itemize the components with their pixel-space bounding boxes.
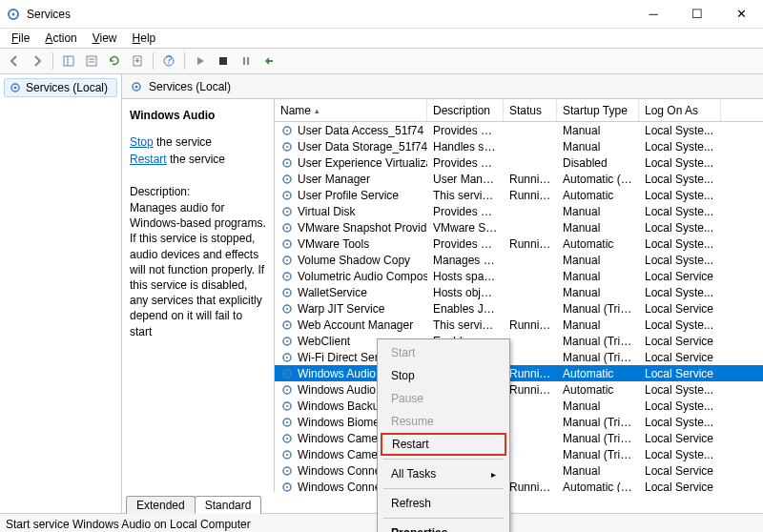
service-row[interactable]: Windows ConnectManualLocal Service <box>275 462 763 479</box>
service-icon <box>280 481 294 493</box>
context-refresh[interactable]: Refresh <box>380 492 507 515</box>
service-startup-type: Manual <box>557 464 639 478</box>
service-description: Enables JIT ... <box>427 302 504 316</box>
service-row[interactable]: VMware ToolsProvides su...RunningAutomat… <box>275 235 763 252</box>
service-row[interactable]: Volume Shadow CopyManages an...ManualLoc… <box>275 252 763 268</box>
service-startup-type: Manual (Trig... <box>557 416 639 429</box>
service-startup-type: Manual <box>557 254 639 267</box>
show-hide-tree-button[interactable] <box>58 51 79 72</box>
service-row[interactable]: Windows Audio EnRunningAutomaticLocal Sy… <box>275 381 763 398</box>
detail-pane: Windows Audio Stop the service Restart t… <box>122 99 275 492</box>
service-icon <box>280 351 294 364</box>
service-name: User Manager <box>298 173 370 186</box>
detail-service-name: Windows Audio <box>130 109 266 122</box>
service-log-on-as: Local Syste... <box>639 383 721 397</box>
service-row[interactable]: VMware Snapshot ProviderVMware Sn...Manu… <box>275 219 763 235</box>
column-name[interactable]: Name▴ <box>275 99 427 121</box>
restart-service-button[interactable] <box>258 51 279 72</box>
properties-button[interactable] <box>81 51 102 72</box>
service-row[interactable]: Windows BiometricManual (Trig...Local Sy… <box>275 414 763 430</box>
service-startup-type: Manual <box>557 124 639 137</box>
service-row[interactable]: Windows Camera FManual (Trig...Local Ser… <box>275 430 763 446</box>
pause-service-button[interactable] <box>236 51 257 72</box>
tab-extended[interactable]: Extended <box>126 496 196 514</box>
service-row[interactable]: WebClientEnables Win...Manual (Trig...Lo… <box>275 333 763 349</box>
service-startup-type: Manual (Trig... <box>557 302 639 316</box>
minimize-button[interactable]: ─ <box>631 0 675 28</box>
column-description[interactable]: Description <box>427 99 504 121</box>
export-button[interactable] <box>127 51 148 72</box>
description-text: Manages audio for Windows-based programs… <box>130 200 266 339</box>
menu-bar: File Action View Help <box>0 29 763 48</box>
tab-standard[interactable]: Standard <box>195 496 262 514</box>
stop-service-button[interactable] <box>213 51 234 72</box>
menu-help[interactable]: Help <box>125 30 164 47</box>
service-row[interactable]: User ManagerUser Manag...RunningAutomati… <box>275 171 763 187</box>
service-icon <box>280 416 294 429</box>
window-title: Services <box>27 8 631 21</box>
service-description: Provides su... <box>427 237 504 251</box>
service-icon <box>280 302 294 316</box>
status-text: Start service Windows Audio on Local Com… <box>6 518 251 531</box>
service-row[interactable]: Volumetric Audio Composit...Hosts spatia… <box>275 268 763 284</box>
service-row[interactable]: Windows ConnectiRunningAutomatic (T...Lo… <box>275 479 763 492</box>
menu-action[interactable]: Action <box>37 30 84 47</box>
maximize-button[interactable]: ☐ <box>675 0 719 28</box>
service-name: Web Account Manager <box>298 318 413 332</box>
service-row[interactable]: User Profile ServiceThis service ...Runn… <box>275 187 763 203</box>
service-row[interactable]: Virtual DiskProvides m...ManualLocal Sys… <box>275 203 763 219</box>
service-startup-type: Automatic (T... <box>557 481 639 493</box>
service-log-on-as: Local Syste... <box>639 448 721 461</box>
service-row[interactable]: Web Account ManagerThis service ...Runni… <box>275 317 763 333</box>
service-row[interactable]: User Data Storage_51f74Handles sto...Man… <box>275 138 763 154</box>
stop-service-link[interactable]: Stop <box>130 135 154 149</box>
back-button[interactable] <box>4 51 25 72</box>
column-log-on-as[interactable]: Log On As <box>639 99 721 121</box>
refresh-button[interactable] <box>104 51 125 72</box>
column-status[interactable]: Status <box>504 99 557 121</box>
tree-item-services-local[interactable]: Services (Local) <box>4 78 117 97</box>
close-button[interactable]: ✕ <box>719 0 763 28</box>
help-button[interactable]: ? <box>158 51 179 72</box>
context-properties[interactable]: Properties <box>380 522 507 532</box>
menu-view[interactable]: View <box>85 30 125 47</box>
service-row[interactable]: User Experience Virtualizati...Provides … <box>275 154 763 171</box>
service-row[interactable]: Windows Camera FManual (Trig...Local Sys… <box>275 446 763 462</box>
service-row[interactable]: Windows BackupManualLocal Syste... <box>275 398 763 414</box>
service-description: This service ... <box>427 318 504 332</box>
column-startup-type[interactable]: Startup Type <box>557 99 639 121</box>
service-name: Warp JIT Service <box>298 302 384 316</box>
service-name: User Data Storage_51f74 <box>298 140 427 153</box>
services-app-icon <box>6 7 21 22</box>
service-row[interactable]: Wi-Fi Direct Services Conne...Manages co… <box>275 349 763 365</box>
service-log-on-as: Local Syste... <box>639 254 721 267</box>
service-icon <box>280 432 294 445</box>
service-row[interactable]: WalletServiceHosts objec...ManualLocal S… <box>275 284 763 300</box>
service-row[interactable]: Warp JIT ServiceEnables JIT ...Manual (T… <box>275 300 763 317</box>
service-icon <box>280 448 294 461</box>
svg-rect-4 <box>87 56 96 66</box>
service-icon <box>280 140 294 153</box>
context-menu: Start Stop Pause Resume Restart All Task… <box>377 338 510 532</box>
svg-point-38 <box>286 292 288 294</box>
svg-text:?: ? <box>166 54 173 67</box>
start-service-button[interactable] <box>190 51 211 72</box>
forward-button[interactable] <box>27 51 48 72</box>
context-restart[interactable]: Restart <box>381 433 506 456</box>
menu-file[interactable]: File <box>4 30 37 47</box>
service-startup-type: Manual <box>557 318 639 332</box>
service-row[interactable]: User Data Access_51f74Provides ap...Manu… <box>275 122 763 138</box>
toolbar: ? <box>0 48 763 74</box>
service-status: Running <box>504 383 557 397</box>
svg-point-20 <box>286 146 288 148</box>
svg-rect-10 <box>219 57 227 65</box>
service-row[interactable]: Windows AudioRunningAutomaticLocal Servi… <box>275 365 763 381</box>
service-status: Running <box>504 173 557 186</box>
restart-service-link[interactable]: Restart <box>130 153 167 166</box>
service-description: Provides su... <box>427 156 504 170</box>
service-icon <box>280 173 294 186</box>
context-stop[interactable]: Stop <box>380 364 507 387</box>
service-status: Running <box>504 189 557 202</box>
context-all-tasks[interactable]: All Tasks▸ <box>380 462 507 485</box>
service-log-on-as: Local Syste... <box>639 189 721 202</box>
